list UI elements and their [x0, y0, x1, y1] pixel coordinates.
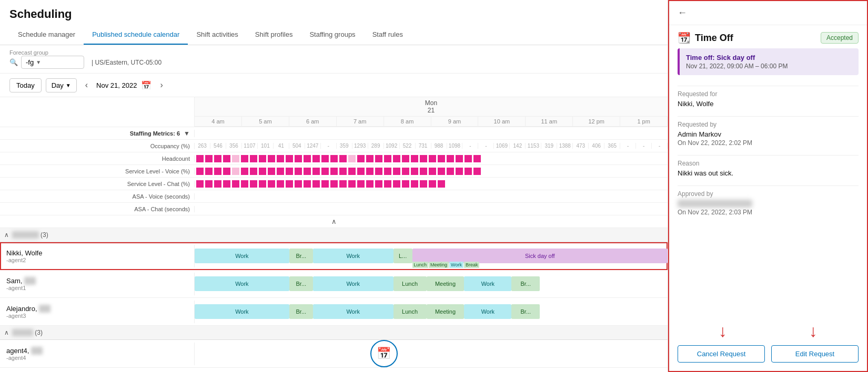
alejandro-break-2: Br...	[511, 304, 540, 319]
date-display: Nov 21, 2022	[96, 81, 137, 89]
rp-actions: Cancel Request Edit Request	[669, 345, 867, 371]
time-label-7am: 7 am	[337, 117, 384, 126]
agent-row-sam[interactable]: Sam, ___ -agent1 Work Br... Work Lunch M…	[0, 270, 668, 298]
calendar-area: Mon 21 4 am 5 am 6 am 7 am 8 am 9 am 10 …	[0, 97, 668, 372]
sam-name-blurred: ___	[24, 277, 36, 285]
approved-by-value: BLURRED	[678, 200, 859, 208]
occ-cell: -	[321, 143, 337, 149]
next-date-button[interactable]: ›	[156, 78, 167, 92]
agent-info-nikki: Nikki, Wolfe -agent2	[0, 245, 195, 267]
occupancy-values: 263 546 356 1107 101 41 504 1247 - 359 1…	[195, 143, 668, 149]
day-time-header: Mon 21 4 am 5 am 6 am 7 am 8 am 9 am 10 …	[195, 97, 668, 127]
agent-row-agent4[interactable]: agent4, ___ -agent4 📅	[0, 340, 668, 368]
time-label-1pm: 1 pm	[620, 117, 668, 126]
sub-shift-work: Work	[449, 262, 463, 268]
view-select[interactable]: Day ▼	[46, 78, 77, 92]
approved-by-subvalue: On Nov 22, 2022, 2:03 PM	[678, 209, 859, 216]
occ-cell: 263	[195, 143, 210, 149]
cancel-request-button[interactable]: Cancel Request	[678, 345, 765, 363]
time-label-10am: 10 am	[478, 117, 526, 126]
headcount-values	[195, 153, 668, 164]
agent-name-sam: Sam, ___	[6, 277, 188, 285]
tab-staffing-groups[interactable]: Staffing groups	[301, 25, 364, 45]
approved-by-blurred: BLURRED	[678, 200, 752, 208]
group-expand-icon[interactable]: ∧	[4, 231, 9, 239]
tab-staff-rules[interactable]: Staff rules	[364, 25, 411, 45]
back-button[interactable]: ←	[678, 7, 687, 18]
occ-cell: 1098	[447, 143, 463, 149]
tab-shift-activities[interactable]: Shift activities	[188, 25, 246, 45]
alejandro-meeting: Meeting	[427, 304, 465, 319]
occ-cell: 41	[274, 143, 289, 149]
agent-info-sam: Sam, ___ -agent1	[0, 273, 195, 295]
staffing-metrics-expand-icon[interactable]: ▼	[184, 130, 190, 137]
reason-field: Reason Nikki was out sick.	[678, 160, 859, 177]
agent-schedule-agent4: 📅	[195, 340, 668, 367]
sub-shift-break: Break	[464, 262, 480, 268]
sam-work-1: Work	[195, 276, 289, 291]
agent-row-alejandro[interactable]: Alejandro, ___ -agent3 Work Br... Work L…	[0, 298, 668, 326]
forecast-group-label: Forecast group	[9, 49, 159, 56]
sub-shifts-row: Lunch Meeting Work Break	[412, 262, 480, 268]
alejandro-work-3: Work	[464, 304, 511, 319]
occ-cell: 319	[541, 143, 557, 149]
service-level-chat-label: Service Level - Chat (%)	[0, 181, 195, 187]
agent-name-nikki: Nikki, Wolfe	[6, 249, 188, 257]
prev-date-button[interactable]: ‹	[81, 78, 92, 92]
rp-title-row: 📆 Time Off Accepted	[669, 25, 867, 48]
calendar-nav-icon[interactable]: 📅	[141, 80, 152, 90]
tab-schedule-manager[interactable]: Schedule manager	[9, 25, 84, 45]
day-name: Mon	[425, 99, 437, 107]
time-label-8am: 8 am	[384, 117, 431, 126]
staffing-metrics-section: Staffing Metrics: 6 ▼ Occupancy (%) 263 …	[0, 127, 668, 215]
occ-cell: 988	[431, 143, 447, 149]
tab-shift-profiles[interactable]: Shift profiles	[247, 25, 301, 45]
tab-published-schedule[interactable]: Published schedule calendar	[84, 25, 188, 45]
day-number: 21	[428, 107, 435, 114]
requested-for-field: Requested for Nikki, Wolfe	[678, 90, 859, 108]
collapse-metrics-button[interactable]: ∧	[0, 215, 668, 228]
floating-calendar-icon[interactable]: 📅	[370, 340, 398, 367]
down-arrow-left-icon: ↓	[719, 322, 727, 341]
occ-cell: 1247	[305, 143, 321, 149]
time-label-4am: 4 am	[195, 117, 242, 126]
evening-group-expand-icon[interactable]: ∧	[4, 329, 9, 336]
agent-info-agent4: agent4, ___ -agent4	[0, 343, 195, 365]
time-off-card: Time off: Sick day off Nov 21, 2022, 09:…	[678, 48, 859, 75]
occ-cell: 546	[210, 143, 226, 149]
requested-for-label: Requested for	[678, 90, 859, 98]
alejandro-break-1: Br...	[289, 304, 313, 319]
view-label: Day	[52, 81, 64, 89]
time-label-11am: 11 am	[526, 117, 573, 126]
alejandro-work-2: Work	[313, 304, 393, 319]
staffing-metrics-header-row: Staffing Metrics: 6 ▼	[0, 127, 668, 140]
requested-for-value: Nikki, Wolfe	[678, 100, 859, 108]
time-label-6am: 6 am	[289, 117, 337, 126]
alejandro-name-blurred: ___	[39, 305, 51, 313]
service-level-voice-values	[195, 166, 668, 177]
today-button[interactable]: Today	[9, 78, 42, 92]
service-level-chat-values	[195, 179, 668, 189]
requested-by-field: Requested by Admin Markov On Nov 22, 202…	[678, 121, 859, 147]
time-label-9am: 9 am	[431, 117, 479, 126]
occ-cell: 1092	[384, 143, 400, 149]
agent-name-alejandro: Alejandro, ___	[6, 305, 188, 313]
occ-cell: 473	[573, 143, 589, 149]
forecast-group-select[interactable]: -fg ▼	[21, 56, 84, 69]
down-arrows-row: ↓ ↓	[669, 317, 867, 345]
sub-shift-lunch: Lunch	[412, 262, 429, 268]
status-badge: Accepted	[821, 32, 859, 44]
occ-cell: -	[478, 143, 494, 149]
occ-cell: 731	[416, 143, 431, 149]
agent-group-header-evening: ∧ -sg-eve (3)	[0, 326, 668, 340]
sam-meeting: Meeting	[427, 276, 465, 291]
occ-cell: 365	[604, 143, 620, 149]
occ-cell: 1153	[526, 143, 541, 149]
agent-id-alejandro: -agent3	[6, 313, 188, 319]
agent-row-nikki[interactable]: Nikki, Wolfe -agent2 Work Br... Work L..…	[0, 242, 668, 270]
requested-by-value: Admin Markov	[678, 130, 859, 138]
occ-cell: 356	[226, 143, 242, 149]
headcount-row: Headcount	[0, 152, 668, 165]
chevron-down-icon: ▼	[36, 59, 41, 65]
edit-request-button[interactable]: Edit Request	[771, 345, 859, 363]
